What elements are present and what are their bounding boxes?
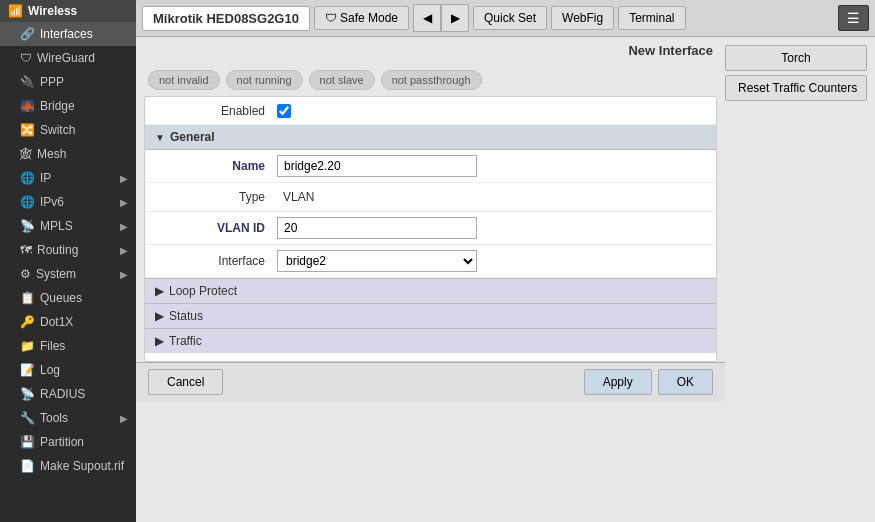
badge-not-invalid: not invalid — [148, 70, 220, 90]
status-badges: not invalid not running not slave not pa… — [136, 64, 725, 96]
partition-icon: 💾 — [20, 435, 35, 449]
chevron-right-icon-ipv6: ▶ — [120, 197, 128, 208]
vlanid-input[interactable] — [277, 217, 477, 239]
loop-protect-arrow-icon: ▶ — [155, 284, 164, 298]
bridge-icon: 🌉 — [20, 99, 35, 113]
ip-icon: 🌐 — [20, 171, 35, 185]
safe-mode-button[interactable]: 🛡 Safe Mode — [314, 6, 409, 30]
sidebar-item-system[interactable]: ⚙ System ▶ — [0, 262, 136, 286]
system-icon: ⚙ — [20, 267, 31, 281]
enabled-checkbox[interactable] — [277, 104, 291, 118]
mpls-icon: 📡 — [20, 219, 35, 233]
sidebar-item-mesh[interactable]: 🕸 Mesh — [0, 142, 136, 166]
vlanid-label: VLAN ID — [157, 221, 277, 235]
sidebar-item-tools[interactable]: 🔧 Tools ▶ — [0, 406, 136, 430]
badge-not-running: not running — [226, 70, 303, 90]
general-section-header[interactable]: ▼ General — [145, 125, 716, 150]
tools-icon: 🔧 — [20, 411, 35, 425]
new-interface-label: New Interface — [136, 37, 725, 64]
sidebar-item-mpls[interactable]: 📡 MPLS ▶ — [0, 214, 136, 238]
topbar: Mikrotik HED08SG2G10 🛡 Safe Mode ◀ ▶ Qui… — [136, 0, 875, 37]
supout-icon: 📄 — [20, 459, 35, 473]
sidebar-item-bridge[interactable]: 🌉 Bridge — [0, 94, 136, 118]
apply-button[interactable]: Apply — [584, 369, 652, 395]
sidebar-item-queues[interactable]: 📋 Queues — [0, 286, 136, 310]
type-row: Type VLAN — [145, 183, 716, 212]
quick-set-button[interactable]: Quick Set — [473, 6, 547, 30]
radius-icon: 📡 — [20, 387, 35, 401]
safe-mode-icon: 🛡 — [325, 11, 337, 25]
sidebar-item-switch[interactable]: 🔀 Switch — [0, 118, 136, 142]
name-input[interactable] — [277, 155, 477, 177]
sidebar-item-dot1x[interactable]: 🔑 Dot1X — [0, 310, 136, 334]
bottombar: Cancel Apply OK — [136, 362, 725, 401]
badge-not-passthrough: not passthrough — [381, 70, 482, 90]
wireguard-icon: 🛡 — [20, 51, 32, 65]
files-icon: 📁 — [20, 339, 35, 353]
type-value: VLAN — [277, 188, 320, 206]
switch-icon: 🔀 — [20, 123, 35, 137]
enabled-label: Enabled — [157, 104, 277, 118]
wireless-icon: 📶 — [8, 4, 23, 18]
main-panel: Mikrotik HED08SG2G10 🛡 Safe Mode ◀ ▶ Qui… — [136, 0, 875, 522]
general-arrow-icon: ▼ — [155, 132, 165, 143]
sidebar-item-make-supout[interactable]: 📄 Make Supout.rif — [0, 454, 136, 478]
ok-button[interactable]: OK — [658, 369, 713, 395]
traffic-section[interactable]: ▶ Traffic — [145, 328, 716, 353]
main-layout: New Interface not invalid not running no… — [136, 37, 875, 522]
hamburger-menu-button[interactable]: ☰ — [838, 5, 869, 31]
terminal-button[interactable]: Terminal — [618, 6, 685, 30]
sidebar-item-interfaces[interactable]: 🔗 Interfaces — [0, 22, 136, 46]
routing-icon: 🗺 — [20, 243, 32, 257]
reset-traffic-button[interactable]: Reset Traffic Counters — [725, 75, 867, 101]
status-arrow-icon: ▶ — [155, 309, 164, 323]
interfaces-icon: 🔗 — [20, 27, 35, 41]
sidebar-item-ppp[interactable]: 🔌 PPP — [0, 70, 136, 94]
interface-select[interactable]: bridge2 — [277, 250, 477, 272]
badge-not-slave: not slave — [309, 70, 375, 90]
chevron-right-icon-routing: ▶ — [120, 245, 128, 256]
ppp-icon: 🔌 — [20, 75, 35, 89]
right-buttons-panel: Torch Reset Traffic Counters — [725, 37, 875, 522]
status-section[interactable]: ▶ Status — [145, 303, 716, 328]
loop-protect-label: Loop Protect — [169, 284, 237, 298]
general-label: General — [170, 130, 215, 144]
forward-button[interactable]: ▶ — [441, 4, 469, 32]
sidebar-item-radius[interactable]: 📡 RADIUS — [0, 382, 136, 406]
sidebar-item-ip[interactable]: 🌐 IP ▶ — [0, 166, 136, 190]
sidebar-item-routing[interactable]: 🗺 Routing ▶ — [0, 238, 136, 262]
name-row: Name — [145, 150, 716, 183]
form-area: Enabled ▼ General Name Type VLAN — [144, 96, 717, 362]
chevron-right-icon: ▶ — [120, 173, 128, 184]
chevron-right-icon-tools: ▶ — [120, 413, 128, 424]
cancel-button[interactable]: Cancel — [148, 369, 223, 395]
queues-icon: 📋 — [20, 291, 35, 305]
torch-button[interactable]: Torch — [725, 45, 867, 71]
loop-protect-section[interactable]: ▶ Loop Protect — [145, 278, 716, 303]
sidebar-item-wireguard[interactable]: 🛡 WireGuard — [0, 46, 136, 70]
traffic-arrow-icon: ▶ — [155, 334, 164, 348]
nav-arrows: ◀ ▶ — [413, 4, 469, 32]
sidebar: 📶 Wireless 🔗 Interfaces 🛡 WireGuard 🔌 PP… — [0, 0, 136, 522]
back-button[interactable]: ◀ — [413, 4, 441, 32]
mesh-icon: 🕸 — [20, 147, 32, 161]
webfig-button[interactable]: WebFig — [551, 6, 614, 30]
log-icon: 📝 — [20, 363, 35, 377]
center-panel: New Interface not invalid not running no… — [136, 37, 725, 522]
sidebar-item-log[interactable]: 📝 Log — [0, 358, 136, 382]
chevron-right-icon-mpls: ▶ — [120, 221, 128, 232]
status-label: Status — [169, 309, 203, 323]
name-label: Name — [157, 159, 277, 173]
vlanid-row: VLAN ID — [145, 212, 716, 245]
type-label: Type — [157, 190, 277, 204]
chevron-right-icon-system: ▶ — [120, 269, 128, 280]
sidebar-item-partition[interactable]: 💾 Partition — [0, 430, 136, 454]
sidebar-item-ipv6[interactable]: 🌐 IPv6 ▶ — [0, 190, 136, 214]
dot1x-icon: 🔑 — [20, 315, 35, 329]
enabled-row: Enabled — [145, 97, 716, 125]
sidebar-item-files[interactable]: 📁 Files — [0, 334, 136, 358]
interface-row: Interface bridge2 — [145, 245, 716, 278]
device-title: Mikrotik HED08SG2G10 — [142, 6, 310, 31]
sidebar-header-wireless[interactable]: 📶 Wireless — [0, 0, 136, 22]
interface-label: Interface — [157, 254, 277, 268]
